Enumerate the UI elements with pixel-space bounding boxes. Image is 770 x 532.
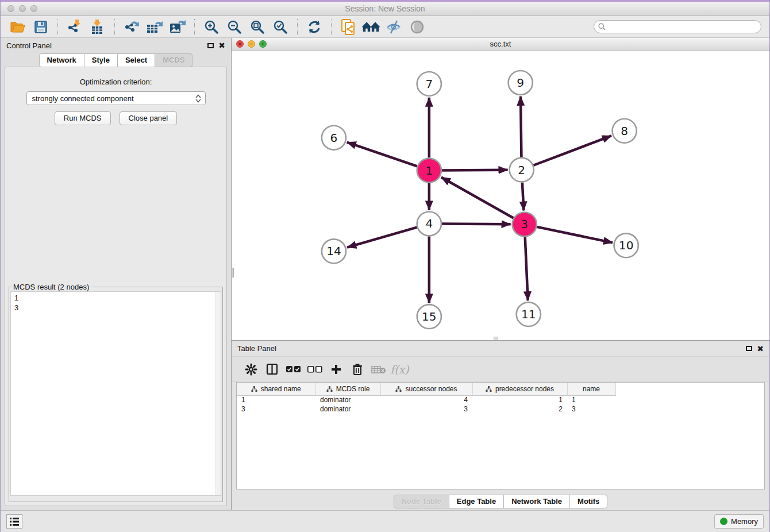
search-input[interactable]: [609, 22, 761, 32]
open-file-icon[interactable]: [9, 18, 27, 36]
column-header-shared-name[interactable]: shared name: [237, 383, 315, 395]
table-cell[interactable]: 3: [380, 404, 472, 414]
tab-node-table[interactable]: Node Table: [394, 495, 449, 508]
export-image-icon[interactable]: [168, 18, 187, 36]
network-maximize-icon[interactable]: +: [259, 40, 267, 48]
canvas-splitter-grip[interactable]: [494, 337, 498, 340]
result-scrollbar[interactable]: [215, 292, 221, 495]
graph-edge-1-2[interactable]: [442, 170, 508, 171]
graph-node-4[interactable]: 4: [417, 211, 441, 236]
app-maximize-button[interactable]: [30, 5, 37, 12]
network-graph[interactable]: 1234678910111415: [232, 51, 769, 340]
app-window-controls[interactable]: [7, 5, 37, 12]
graph-node-2[interactable]: 2: [510, 158, 534, 182]
table-cell[interactable]: dominator: [315, 395, 380, 404]
column-header-mcds-role[interactable]: MCDS role: [315, 383, 380, 395]
apply-layout-icon[interactable]: [305, 18, 324, 36]
tab-edge-table[interactable]: Edge Table: [449, 495, 504, 508]
mcds-result-list[interactable]: 13: [10, 291, 221, 496]
criterion-dropdown[interactable]: strongly connected component: [26, 91, 206, 105]
table-cell[interactable]: 1: [237, 395, 315, 404]
function-builder-icon[interactable]: f(x): [389, 361, 410, 378]
graph-edge-3-10[interactable]: [537, 227, 613, 242]
zoom-in-icon[interactable]: [202, 18, 221, 36]
window-accent-border: [1, 0, 769, 2]
show-details-icon[interactable]: [408, 18, 426, 36]
column-header-successor-nodes[interactable]: successor nodes: [380, 383, 472, 395]
graph-node-8[interactable]: 8: [613, 119, 637, 143]
table-panel-close-icon[interactable]: ✖: [757, 345, 764, 353]
graph-node-3[interactable]: 3: [513, 212, 537, 236]
network-minimize-icon[interactable]: −: [248, 40, 255, 48]
table-cell[interactable]: 3: [567, 404, 615, 414]
table-panel-float-icon[interactable]: [746, 346, 752, 351]
table-cell[interactable]: 1: [472, 395, 567, 404]
memory-button[interactable]: Memory: [714, 514, 764, 529]
table-cell[interactable]: 2: [472, 404, 567, 414]
unselect-all-checkboxes-icon[interactable]: [304, 361, 325, 378]
fit-content-icon[interactable]: [248, 18, 267, 36]
import-table-icon[interactable]: [88, 18, 107, 36]
delete-column-icon[interactable]: [346, 361, 368, 378]
graph-edge-1-6[interactable]: [347, 142, 417, 167]
hide-details-icon[interactable]: [385, 18, 403, 36]
zoom-out-icon[interactable]: [225, 18, 244, 36]
result-node-id[interactable]: 3: [14, 303, 221, 313]
tab-motifs[interactable]: Motifs: [570, 495, 607, 508]
tab-network-table[interactable]: Network Table: [504, 495, 570, 508]
graph-edge-4-14[interactable]: [347, 228, 417, 248]
tab-select[interactable]: Select: [118, 53, 155, 67]
result-node-id[interactable]: 1: [14, 293, 221, 303]
graph-node-7[interactable]: 7: [417, 72, 441, 96]
app-minimize-button[interactable]: [19, 5, 26, 12]
tab-style[interactable]: Style: [84, 53, 118, 67]
tab-mcds[interactable]: MCDS: [155, 53, 192, 67]
export-network-icon[interactable]: [122, 18, 141, 36]
export-table-icon[interactable]: [145, 18, 164, 36]
first-neighbors-icon[interactable]: [362, 18, 380, 36]
table-row[interactable]: 3dominator323: [237, 404, 764, 414]
table-cell[interactable]: 4: [380, 395, 472, 404]
network-window-titlebar[interactable]: scc.txt ✕ − +: [232, 38, 769, 51]
app-close-button[interactable]: [7, 5, 14, 12]
graph-node-1[interactable]: 1: [417, 159, 441, 183]
table-cell[interactable]: 3: [237, 404, 315, 414]
graph-node-14[interactable]: 14: [322, 239, 346, 263]
clone-network-icon[interactable]: [339, 18, 357, 36]
column-header-predecessor-nodes[interactable]: predecessor nodes: [472, 383, 567, 395]
graph-node-11[interactable]: 11: [517, 302, 541, 326]
graph-node-6[interactable]: 6: [322, 126, 346, 150]
table-cell[interactable]: 1: [567, 395, 615, 404]
tab-network[interactable]: Network: [39, 53, 84, 67]
graph-edge-3-1[interactable]: [441, 177, 514, 218]
graph-edge-2-9[interactable]: [521, 97, 521, 157]
graph-node-9[interactable]: 9: [509, 71, 533, 95]
network-canvas[interactable]: 1234678910111415: [232, 51, 769, 340]
graph-node-10[interactable]: 10: [614, 233, 638, 257]
add-column-icon[interactable]: [325, 361, 346, 378]
column-header-name[interactable]: name: [567, 383, 615, 395]
graph-edge-2-3[interactable]: [522, 183, 524, 211]
graph-edge-4-3[interactable]: [442, 224, 511, 225]
graph-node-15[interactable]: 15: [417, 304, 441, 329]
zoom-selected-icon[interactable]: [271, 18, 290, 36]
task-history-button[interactable]: [6, 514, 22, 529]
table-cell[interactable]: dominator: [315, 404, 380, 414]
search-box[interactable]: [594, 20, 761, 33]
panel-splitter-grip[interactable]: [231, 268, 234, 277]
node-table-container[interactable]: shared name MCDS role successor nodes pr…: [236, 382, 765, 489]
delete-table-icon[interactable]: [368, 361, 389, 378]
save-session-icon[interactable]: [32, 18, 50, 36]
select-all-checkboxes-icon[interactable]: [283, 361, 304, 378]
table-row[interactable]: 1dominator411: [237, 395, 764, 404]
import-network-icon[interactable]: [66, 18, 84, 36]
table-options-icon[interactable]: [240, 361, 261, 378]
run-mcds-button[interactable]: Run MCDS: [55, 111, 111, 125]
show-columns-icon[interactable]: [261, 361, 283, 378]
network-close-icon[interactable]: ✕: [236, 40, 244, 48]
close-panel-button[interactable]: Close panel: [120, 111, 178, 125]
graph-edge-2-8[interactable]: [533, 136, 611, 165]
graph-edge-3-11[interactable]: [525, 237, 528, 300]
control-panel-float-icon[interactable]: [207, 43, 214, 48]
control-panel-close-icon[interactable]: ✖: [218, 41, 225, 49]
